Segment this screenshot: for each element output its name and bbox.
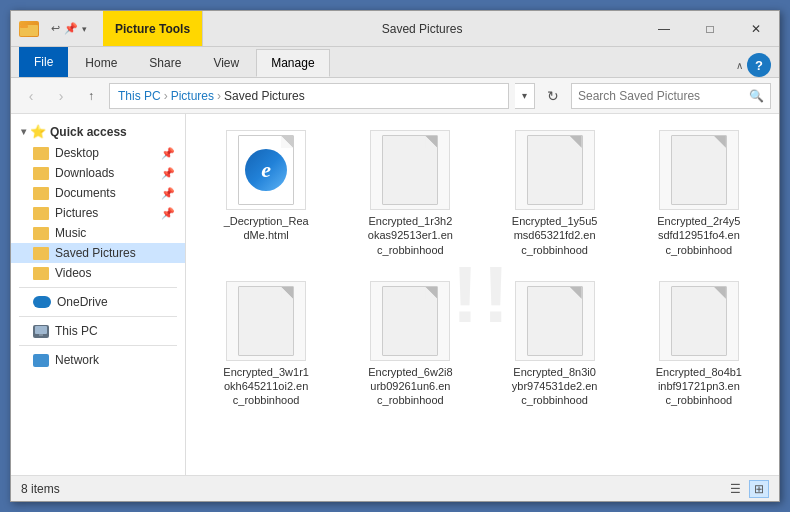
file-name-enc3: Encrypted_2r4y5sdfd12951fo4.enc_robbinho… [657, 214, 740, 257]
tab-share[interactable]: Share [134, 49, 196, 77]
tab-view[interactable]: View [198, 49, 254, 77]
file-name-enc2: Encrypted_1y5u5msd65321fd2.enc_robbinhoo… [512, 214, 598, 257]
file-name-enc7: Encrypted_8o4b1inbf91721pn3.enc_robbinho… [656, 365, 742, 408]
pin-documents-icon: 📌 [161, 187, 175, 200]
up-button[interactable]: ↑ [79, 84, 103, 108]
documents-folder-icon [33, 187, 49, 200]
sidebar-item-pictures[interactable]: Pictures 📌 [11, 203, 185, 223]
file-name-decryption: _Decryption_ReadMe.html [224, 214, 309, 243]
pin-pictures-icon: 📌 [161, 207, 175, 220]
search-input[interactable] [578, 89, 745, 103]
app-icon [19, 21, 39, 37]
html-file-icon: e [238, 135, 294, 205]
status-bar: 8 items ☰ ⊞ [11, 475, 779, 501]
breadcrumb[interactable]: This PC › Pictures › Saved Pictures [109, 83, 509, 109]
file-thumbnail-enc1 [370, 130, 450, 210]
svg-rect-3 [39, 334, 43, 336]
window-controls: — □ ✕ [641, 11, 779, 46]
pin-icon[interactable]: 📌 [64, 22, 78, 35]
sidebar: ▾ ⭐ Quick access Desktop 📌 Downloads 📌 D… [11, 114, 186, 475]
file-thumbnail-enc5 [370, 281, 450, 361]
window-title: Saved Pictures [203, 11, 641, 46]
sidebar-divider-1 [19, 287, 177, 288]
enc-file-icon-2 [527, 135, 583, 205]
help-button[interactable]: ? [747, 53, 771, 77]
files-grid: e _Decryption_ReadMe.html Encrypted_1r3h… [202, 126, 763, 412]
breadcrumb-thispc[interactable]: This PC [118, 89, 161, 103]
list-view-button[interactable]: ☰ [725, 480, 745, 498]
dropdown-arrow[interactable]: ▾ [82, 24, 87, 34]
file-thumbnail-enc7 [659, 281, 739, 361]
edge-logo-icon: e [245, 149, 287, 191]
picture-tools-tab: Picture Tools [103, 11, 203, 46]
search-box[interactable]: 🔍 [571, 83, 771, 109]
enc-file-icon-4 [238, 286, 294, 356]
saved-pictures-folder-icon [33, 247, 49, 260]
svg-rect-2 [35, 326, 47, 334]
enc-file-icon-3 [671, 135, 727, 205]
title-bar: ↩ 📌 ▾ Picture Tools Saved Pictures — □ ✕ [11, 11, 779, 47]
file-item-enc5[interactable]: Encrypted_6w2i8urb09261un6.enc_robbinhoo… [346, 277, 474, 412]
quick-toolbar: ↩ 📌 ▾ [43, 22, 95, 35]
file-item-enc3[interactable]: Encrypted_2r4y5sdfd12951fo4.enc_robbinho… [635, 126, 763, 261]
file-item-decryption[interactable]: e _Decryption_ReadMe.html [202, 126, 330, 261]
sidebar-item-music[interactable]: Music [11, 223, 185, 243]
sidebar-item-desktop[interactable]: Desktop 📌 [11, 143, 185, 163]
file-name-enc6: Encrypted_8n3i0ybr974531de2.enc_robbinho… [512, 365, 598, 408]
enc-file-icon-6 [527, 286, 583, 356]
quick-access-label: Quick access [50, 125, 127, 139]
item-count: 8 items [21, 482, 60, 496]
back-button[interactable]: ‹ [19, 84, 43, 108]
minimize-button[interactable]: — [641, 11, 687, 47]
desktop-folder-icon [33, 147, 49, 160]
file-item-enc4[interactable]: Encrypted_3w1r1okh645211oi2.enc_robbinho… [202, 277, 330, 412]
address-bar: ‹ › ↑ This PC › Pictures › Saved Picture… [11, 78, 779, 114]
tab-file[interactable]: File [19, 47, 68, 77]
maximize-button[interactable]: □ [687, 11, 733, 47]
file-thumbnail-decryption: e [226, 130, 306, 210]
tab-manage[interactable]: Manage [256, 49, 329, 77]
sidebar-divider-3 [19, 345, 177, 346]
sidebar-item-documents[interactable]: Documents 📌 [11, 183, 185, 203]
quick-access-header[interactable]: ▾ ⭐ Quick access [11, 120, 185, 143]
thispc-icon [33, 325, 49, 338]
sidebar-item-onedrive[interactable]: OneDrive [11, 292, 185, 312]
file-thumbnail-enc4 [226, 281, 306, 361]
breadcrumb-current: Saved Pictures [224, 89, 305, 103]
ribbon-tabs: File Home Share View Manage ∧ ? [11, 47, 779, 77]
file-item-enc2[interactable]: Encrypted_1y5u5msd65321fd2.enc_robbinhoo… [491, 126, 619, 261]
sidebar-divider-2 [19, 316, 177, 317]
file-item-enc6[interactable]: Encrypted_8n3i0ybr974531de2.enc_robbinho… [491, 277, 619, 412]
close-button[interactable]: ✕ [733, 11, 779, 47]
breadcrumb-pictures[interactable]: Pictures [171, 89, 214, 103]
file-item-enc1[interactable]: Encrypted_1r3h2okas92513er1.enc_robbinho… [346, 126, 474, 261]
view-controls: ☰ ⊞ [725, 480, 769, 498]
sidebar-item-network[interactable]: Network [11, 350, 185, 370]
ribbon-help: ∧ ? [736, 53, 771, 77]
music-folder-icon [33, 227, 49, 240]
downloads-folder-icon [33, 167, 49, 180]
sidebar-item-videos[interactable]: Videos [11, 263, 185, 283]
videos-folder-icon [33, 267, 49, 280]
sidebar-item-downloads[interactable]: Downloads 📌 [11, 163, 185, 183]
svg-rect-1 [20, 25, 28, 28]
tab-home[interactable]: Home [70, 49, 132, 77]
file-name-enc4: Encrypted_3w1r1okh645211oi2.enc_robbinho… [223, 365, 309, 408]
ribbon-collapse-icon[interactable]: ∧ [736, 60, 743, 71]
undo-icon[interactable]: ↩ [51, 22, 60, 35]
forward-button[interactable]: › [49, 84, 73, 108]
enc-file-icon-5 [382, 286, 438, 356]
refresh-button[interactable]: ↻ [541, 84, 565, 108]
large-icons-view-button[interactable]: ⊞ [749, 480, 769, 498]
file-item-enc7[interactable]: Encrypted_8o4b1inbf91721pn3.enc_robbinho… [635, 277, 763, 412]
enc-file-icon-1 [382, 135, 438, 205]
onedrive-icon [33, 296, 51, 308]
sidebar-item-thispc[interactable]: This PC [11, 321, 185, 341]
file-area: !! e _Decryption_ReadMe.html En [186, 114, 779, 475]
file-name-enc5: Encrypted_6w2i8urb09261un6.enc_robbinhoo… [368, 365, 452, 408]
breadcrumb-dropdown[interactable]: ▾ [515, 83, 535, 109]
title-bar-left: ↩ 📌 ▾ [11, 11, 103, 46]
file-thumbnail-enc2 [515, 130, 595, 210]
sidebar-item-saved-pictures[interactable]: Saved Pictures [11, 243, 185, 263]
pin-downloads-icon: 📌 [161, 167, 175, 180]
